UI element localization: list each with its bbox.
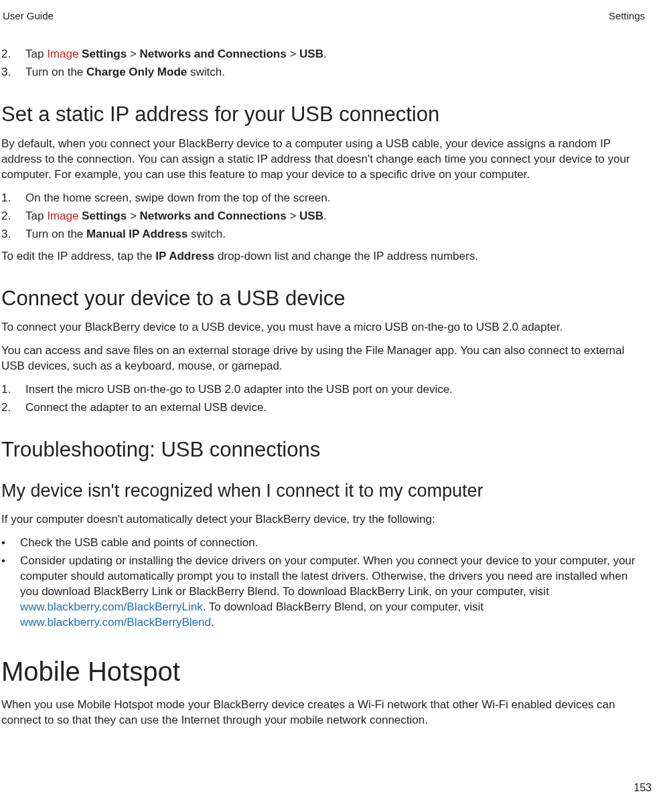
heading-usb-device: Connect your device to a USB device — [1, 285, 648, 313]
page-header: User Guide Settings — [1, 9, 648, 23]
bullet-text: Consider updating or installing the devi… — [20, 554, 648, 631]
link-bblink[interactable]: www.blackberry.com/BlackBerryLink — [20, 600, 203, 613]
step-text: Turn on the Charge Only Mode switch. — [25, 65, 225, 80]
step-1: 1. Insert the micro USB on-the-go to USB… — [1, 382, 648, 398]
step-number: 2. — [1, 400, 25, 416]
step-number: 2. — [1, 209, 25, 224]
heading-troubleshooting: Troubleshooting: USB connections — [1, 436, 648, 464]
step-3: 3. Turn on the Manual IP Address switch. — [1, 227, 648, 242]
step-number: 3. — [1, 227, 25, 242]
bullet-2: • Consider updating or installing the de… — [1, 554, 648, 631]
settings-icon: Image — [47, 210, 78, 222]
step-number: 1. — [1, 191, 25, 206]
page-number: 153 — [634, 781, 652, 795]
usb-device-para2: You can access and save files on an exte… — [1, 343, 648, 374]
heading-static-ip: Set a static IP address for your USB con… — [1, 100, 648, 129]
static-ip-after: To edit the IP address, tap the IP Addre… — [1, 249, 648, 264]
step-2: 2. Tap Image Settings > Networks and Con… — [1, 47, 648, 62]
trouble-para: If your computer doesn't automatically d… — [1, 512, 648, 527]
step-text: Turn on the Manual IP Address switch. — [25, 227, 226, 242]
static-ip-steps: 1. On the home screen, swipe down from t… — [1, 191, 648, 242]
subheading-not-recognized: My device isn't recognized when I connec… — [1, 479, 648, 503]
step-text: Tap Image Settings > Networks and Connec… — [25, 47, 327, 62]
step-number: 1. — [1, 382, 25, 398]
step-text: Insert the micro USB on-the-go to USB 2.… — [25, 382, 453, 398]
bullet-text: Check the USB cable and points of connec… — [20, 536, 258, 551]
bullet-icon: • — [1, 536, 20, 551]
step-text: On the home screen, swipe down from the … — [25, 191, 330, 206]
step-text: Tap Image Settings > Networks and Connec… — [25, 209, 327, 224]
header-right: Settings — [609, 9, 645, 23]
header-left: User Guide — [3, 9, 54, 23]
settings-icon: Image — [47, 48, 78, 60]
step-2: 2. Connect the adapter to an external US… — [1, 400, 648, 416]
step-3: 3. Turn on the Charge Only Mode switch. — [1, 65, 648, 80]
link-bbblend[interactable]: www.blackberry.com/BlackBerryBlend — [20, 616, 211, 629]
usb-device-steps: 1. Insert the micro USB on-the-go to USB… — [1, 382, 648, 416]
charge-only-steps: 2. Tap Image Settings > Networks and Con… — [1, 47, 648, 80]
bullet-icon: • — [1, 554, 20, 631]
step-number: 3. — [1, 65, 25, 80]
trouble-bullets: • Check the USB cable and points of conn… — [1, 536, 648, 631]
step-1: 1. On the home screen, swipe down from t… — [1, 191, 648, 206]
heading-mobile-hotspot: Mobile Hotspot — [1, 653, 648, 689]
step-number: 2. — [1, 47, 25, 62]
static-ip-paragraph: By default, when you connect your BlackB… — [1, 137, 648, 183]
hotspot-para: When you use Mobile Hotspot mode your Bl… — [1, 698, 648, 728]
step-text: Connect the adapter to an external USB d… — [25, 400, 267, 416]
bullet-1: • Check the USB cable and points of conn… — [1, 536, 648, 551]
usb-device-para1: To connect your BlackBerry device to a U… — [1, 320, 648, 335]
step-2: 2. Tap Image Settings > Networks and Con… — [1, 209, 648, 224]
